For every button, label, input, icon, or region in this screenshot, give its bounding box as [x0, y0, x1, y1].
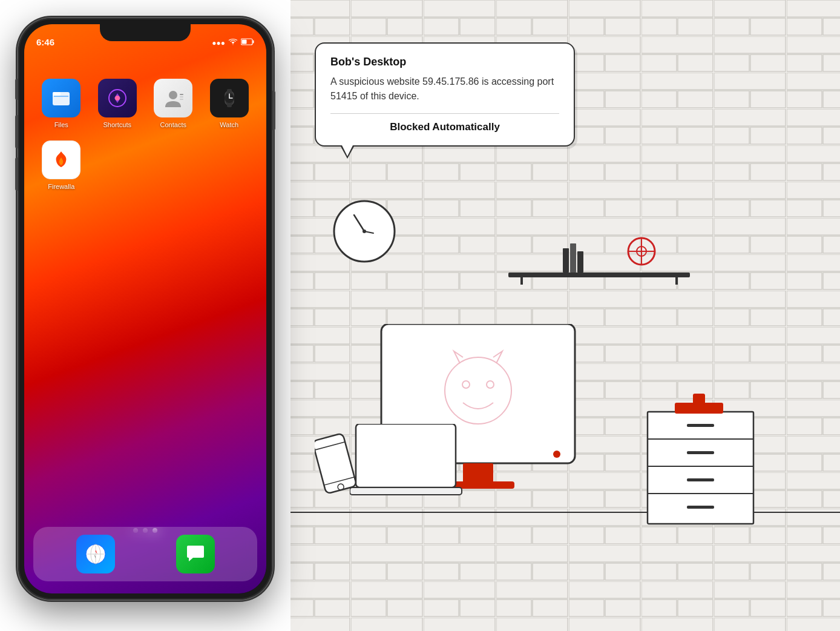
bubble-action: Blocked Automatically [330, 121, 559, 133]
app-item-contacts[interactable]: Contacts [148, 79, 199, 128]
files-label: Files [54, 121, 68, 128]
status-icons: ●●● [212, 38, 254, 47]
app-grid: Files Shortcuts [24, 73, 266, 196]
svg-rect-47 [315, 433, 357, 494]
shortcuts-icon [98, 79, 137, 117]
svg-rect-32 [570, 243, 576, 273]
svg-rect-58 [687, 506, 714, 509]
svg-rect-13 [180, 94, 183, 95]
watch-icon [210, 79, 249, 117]
svg-rect-28 [508, 273, 690, 277]
iphone: 6:46 ●●● [18, 18, 272, 612]
svg-point-12 [169, 91, 177, 99]
svg-rect-55 [687, 424, 714, 427]
clock-illustration [330, 197, 399, 266]
iphone-screen: 6:46 ●●● [24, 24, 266, 593]
dock [33, 527, 257, 581]
svg-rect-46 [350, 487, 462, 495]
svg-rect-9 [54, 96, 68, 97]
battery-icon [241, 38, 254, 47]
files-icon [42, 79, 80, 117]
wifi-icon [228, 38, 238, 47]
firewalla-icon [42, 140, 80, 179]
watch-label: Watch [220, 121, 238, 128]
app-item-watch[interactable]: Watch [205, 79, 255, 128]
mute-button [15, 79, 18, 100]
svg-rect-17 [227, 89, 232, 93]
safari-dock-icon[interactable] [76, 535, 115, 573]
speech-bubble: Bob's Desktop A suspicious website 59.45… [315, 42, 575, 147]
volume-up-button [15, 115, 18, 148]
svg-rect-56 [687, 451, 714, 454]
dresser-illustration [645, 394, 760, 527]
svg-point-27 [363, 230, 366, 233]
svg-rect-18 [227, 104, 232, 107]
bubble-body: A suspicious website 59.45.175.86 is acc… [330, 74, 559, 104]
laptop-illustration [350, 424, 468, 497]
app-item-shortcuts[interactable]: Shortcuts [93, 79, 143, 128]
shelf-illustration [508, 218, 696, 285]
svg-rect-15 [180, 99, 183, 100]
bubble-title: Bob's Desktop [330, 56, 559, 68]
contacts-icon [154, 79, 192, 117]
contacts-label: Contacts [160, 121, 186, 128]
notch [100, 24, 191, 41]
svg-point-44 [553, 451, 560, 458]
svg-rect-33 [577, 251, 583, 273]
app-item-files[interactable]: Files [36, 79, 87, 128]
svg-point-11 [115, 96, 120, 101]
svg-rect-6 [242, 40, 247, 44]
svg-rect-30 [675, 277, 678, 285]
power-button [272, 91, 275, 130]
signal-icon: ●●● [212, 39, 225, 47]
svg-rect-45 [356, 424, 456, 487]
svg-rect-5 [253, 41, 254, 44]
iphone-frame: 6:46 ●●● [18, 18, 272, 600]
svg-rect-29 [520, 277, 523, 285]
messages-dock-icon[interactable] [176, 535, 215, 573]
app-item-firewalla[interactable]: Firewalla [36, 140, 87, 190]
svg-rect-57 [687, 478, 714, 481]
bubble-divider [330, 113, 559, 114]
svg-rect-8 [53, 92, 61, 96]
svg-rect-14 [180, 96, 183, 97]
shortcuts-label: Shortcuts [103, 121, 131, 128]
status-time: 6:46 [36, 37, 54, 47]
phone-prop-illustration [315, 433, 357, 500]
svg-rect-31 [563, 248, 569, 273]
volume-down-button [15, 157, 18, 191]
firewalla-label: Firewalla [48, 183, 74, 190]
